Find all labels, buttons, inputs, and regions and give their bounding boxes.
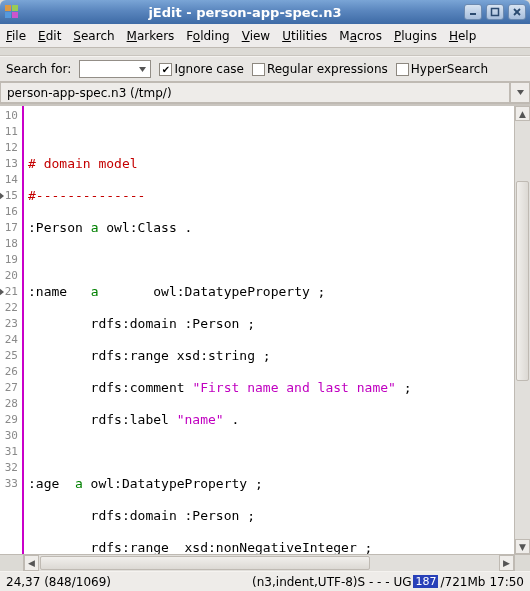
line-number: 12 xyxy=(0,140,20,156)
scroll-thumb[interactable] xyxy=(40,556,370,570)
line-number: 15 xyxy=(0,188,20,204)
buffer-switcher[interactable] xyxy=(510,82,530,103)
code-line: :name a owl:DatatypeProperty ; xyxy=(28,284,510,300)
scroll-down-icon[interactable]: ▼ xyxy=(515,539,530,554)
line-number: 17 xyxy=(0,220,20,236)
ignore-case-checkbox[interactable]: ✔Ignore case xyxy=(159,62,244,76)
scroll-track[interactable] xyxy=(515,121,530,539)
line-number: 27 xyxy=(0,380,20,396)
status-mode[interactable]: (n3,indent,UTF-8)S - - - UG xyxy=(250,575,413,589)
line-number: 33 xyxy=(0,476,20,492)
status-clock: 17:50 xyxy=(487,575,526,589)
code-line: #-------------- xyxy=(28,188,510,204)
line-number: 24 xyxy=(0,332,20,348)
editor: 10 11 12 13 14 15 16 17 18 19 20 21 22 2… xyxy=(0,104,530,555)
code-line xyxy=(28,124,510,140)
regex-checkbox[interactable]: Regular expressions xyxy=(252,62,388,76)
menu-view[interactable]: View xyxy=(242,29,270,43)
line-number: 25 xyxy=(0,348,20,364)
code-line: rdfs:range xsd:nonNegativeInteger ; xyxy=(28,540,510,554)
menu-help[interactable]: Help xyxy=(449,29,476,43)
scroll-up-icon[interactable]: ▲ xyxy=(515,106,530,121)
gutter[interactable]: 10 11 12 13 14 15 16 17 18 19 20 21 22 2… xyxy=(0,106,24,554)
window-title: jEdit - person-app-spec.n3 xyxy=(26,5,464,20)
line-number: 13 xyxy=(0,156,20,172)
menu-utilities[interactable]: Utilities xyxy=(282,29,327,43)
code-line: :Person a owl:Class . xyxy=(28,220,510,236)
line-number: 29 xyxy=(0,412,20,428)
maximize-button[interactable] xyxy=(486,4,504,20)
window-controls xyxy=(464,4,526,20)
titlebar: jEdit - person-app-spec.n3 xyxy=(0,0,530,24)
status-memory-total: /721Mb xyxy=(438,575,487,589)
line-number: 18 xyxy=(0,236,20,252)
svg-rect-0 xyxy=(5,5,11,11)
menu-markers[interactable]: Markers xyxy=(127,29,175,43)
menu-file[interactable]: File xyxy=(6,29,26,43)
toolbar-spacer xyxy=(0,48,530,56)
menu-edit[interactable]: Edit xyxy=(38,29,61,43)
line-number: 28 xyxy=(0,396,20,412)
close-button[interactable] xyxy=(508,4,526,20)
status-caret[interactable]: 24,37 (848/1069) xyxy=(4,575,113,589)
scroll-thumb[interactable] xyxy=(516,181,529,381)
app-icon xyxy=(4,4,20,20)
line-number: 26 xyxy=(0,364,20,380)
line-number: 20 xyxy=(0,268,20,284)
search-history-dropdown[interactable] xyxy=(136,62,149,76)
svg-rect-5 xyxy=(492,9,499,16)
horizontal-scrollbar[interactable]: ◀ ▶ xyxy=(24,555,514,571)
hypersearch-checkbox[interactable]: HyperSearch xyxy=(396,62,488,76)
code-line: rdfs:range xsd:string ; xyxy=(28,348,510,364)
line-number: 32 xyxy=(0,460,20,476)
scroll-track[interactable] xyxy=(371,555,499,571)
scroll-corner xyxy=(514,555,530,571)
line-number: 16 xyxy=(0,204,20,220)
svg-rect-2 xyxy=(5,12,11,18)
code-line: rdfs:domain :Person ; xyxy=(28,508,510,524)
svg-rect-3 xyxy=(12,12,18,18)
scroll-right-icon[interactable]: ▶ xyxy=(499,555,514,571)
code-line: rdfs:domain :Person ; xyxy=(28,316,510,332)
fold-marker-icon[interactable] xyxy=(0,287,4,297)
line-number: 22 xyxy=(0,300,20,316)
code-line: rdfs:comment "First name and last name" … xyxy=(28,380,510,396)
minimize-button[interactable] xyxy=(464,4,482,20)
search-label: Search for: xyxy=(6,62,71,76)
menu-plugins[interactable]: Plugins xyxy=(394,29,437,43)
svg-rect-1 xyxy=(12,5,18,11)
code-line: :age a owl:DatatypeProperty ; xyxy=(28,476,510,492)
menu-macros[interactable]: Macros xyxy=(339,29,382,43)
menu-folding[interactable]: Folding xyxy=(186,29,229,43)
line-number: 19 xyxy=(0,252,20,268)
line-number: 30 xyxy=(0,428,20,444)
hscroll-row: ◀ ▶ xyxy=(0,555,530,571)
svg-marker-9 xyxy=(517,90,524,95)
line-number: 31 xyxy=(0,444,20,460)
menubar: File Edit Search Markers Folding View Ut… xyxy=(0,24,530,48)
code-line: rdfs:label "name" . xyxy=(28,412,510,428)
status-memory[interactable]: 187 xyxy=(413,575,438,588)
statusbar: 24,37 (848/1069) (n3,indent,UTF-8)S - - … xyxy=(0,571,530,591)
code-line xyxy=(28,444,510,460)
vertical-scrollbar[interactable]: ▲ ▼ xyxy=(514,106,530,554)
svg-marker-8 xyxy=(139,67,146,72)
line-number: 10 xyxy=(0,108,20,124)
buffer-tabs: person-app-spec.n3 (/tmp/) xyxy=(0,82,530,104)
code-line xyxy=(28,252,510,268)
buffer-tab[interactable]: person-app-spec.n3 (/tmp/) xyxy=(0,82,510,103)
scroll-left-icon[interactable]: ◀ xyxy=(24,555,39,571)
search-bar: Search for: ✔Ignore case Regular express… xyxy=(0,56,530,82)
text-area[interactable]: # domain model #-------------- :Person a… xyxy=(24,106,514,554)
line-number: 11 xyxy=(0,124,20,140)
fold-marker-icon[interactable] xyxy=(0,191,4,201)
line-number: 14 xyxy=(0,172,20,188)
buffer-tab-label: person-app-spec.n3 (/tmp/) xyxy=(7,86,172,100)
search-input[interactable] xyxy=(79,60,151,78)
gutter-corner xyxy=(0,555,24,571)
line-number: 21 xyxy=(0,284,20,300)
code-line: # domain model xyxy=(28,156,510,172)
menu-search[interactable]: Search xyxy=(73,29,114,43)
line-number: 23 xyxy=(0,316,20,332)
